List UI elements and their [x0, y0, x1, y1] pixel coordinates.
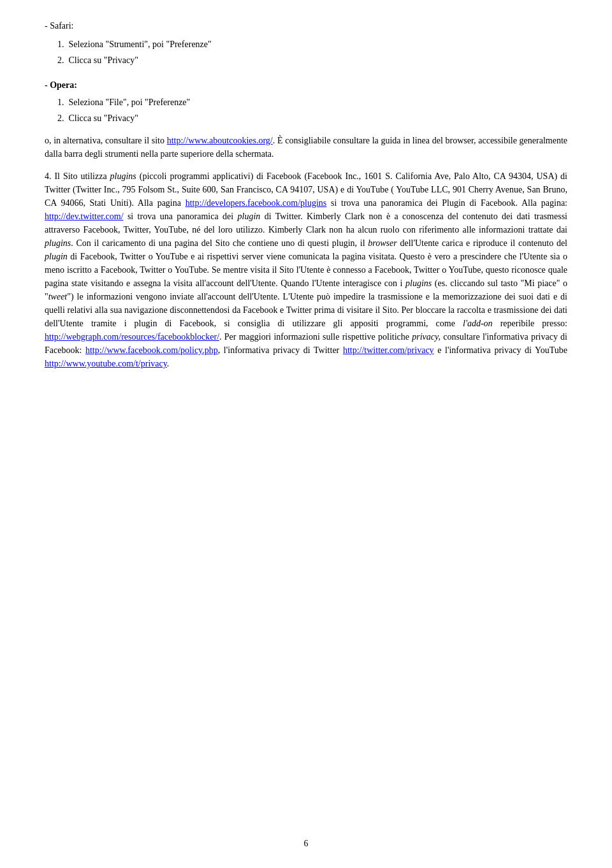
safari-item-1: 1. Seleziona "Strumenti", poi "Preferenz… — [57, 38, 567, 51]
safari-item1-text: Seleziona "Strumenti", poi "Preferenze" — [69, 40, 212, 49]
page-container: - Safari: 1. Seleziona "Strumenti", poi … — [0, 0, 612, 868]
opera-section: - Opera: 1. Seleziona "File", poi "Prefe… — [45, 78, 567, 125]
safari-item2-num: 2. — [57, 55, 64, 65]
safari-item2-text: Clicca su "Privacy" — [69, 55, 138, 65]
safari-section: - Safari: 1. Seleziona "Strumenti", poi … — [45, 19, 567, 67]
twitter-dev-link[interactable]: http://dev.twitter.com/ — [45, 212, 124, 221]
aboutcookies-link[interactable]: http://www.aboutcookies.org/ — [167, 136, 273, 145]
safari-item-2: 2. Clicca su "Privacy" — [57, 54, 567, 67]
opera-item-1: 1. Seleziona "File", poi "Preferenze" — [57, 96, 567, 109]
content-area: - Safari: 1. Seleziona "Strumenti", poi … — [45, 19, 567, 370]
youtube-privacy-link[interactable]: http://www.youtube.com/t/privacy — [45, 359, 167, 368]
opera-item2-text: Clicca su "Privacy" — [69, 113, 138, 123]
twitter-privacy-link[interactable]: http://twitter.com/privacy — [343, 345, 434, 355]
plugin-italic-3: plugin — [45, 252, 68, 261]
plugins-italic-2: plugins — [45, 238, 71, 248]
opera-item2-num: 2. — [57, 113, 64, 123]
opera-label: - Opera: — [45, 78, 567, 92]
safari-label-text: - Safari: — [45, 21, 73, 31]
opera-item-2: 2. Clicca su "Privacy" — [57, 112, 567, 125]
addon-italic: l'add-on — [463, 319, 493, 328]
plugin-italic-2: plugin — [238, 212, 261, 221]
item-4-paragraph: 4. Il Sito utilizza plugins (piccoli pro… — [45, 170, 567, 370]
plugins-italic-1: plugins — [110, 171, 136, 181]
facebook-dev-link[interactable]: http://developers.facebook.com/plugins — [186, 198, 327, 208]
opera-label-text: - Opera: — [45, 80, 77, 90]
page-number-text: 6 — [304, 839, 309, 848]
alt-text-end: . — [273, 136, 275, 145]
item4-num: 4. — [45, 171, 52, 181]
item-4-section: 4. Il Sito utilizza plugins (piccoli pro… — [45, 170, 567, 370]
opera-item1-num: 1. — [57, 98, 64, 107]
plugins-italic-3: plugins — [405, 278, 432, 288]
alt-paragraph: o, in alternativa, consultare il sito ht… — [45, 134, 567, 161]
opera-item1-text: Seleziona "File", poi "Preferenze" — [69, 98, 191, 107]
privacy-italic: privacy, — [412, 332, 441, 342]
tweet-italic: tweet — [48, 292, 68, 301]
alt-text-start: o, in alternativa, consultare il sito — [45, 136, 167, 145]
webgraph-link[interactable]: http://webgraph.com/resources/facebookbl… — [45, 332, 219, 342]
safari-item1-num: 1. — [57, 40, 64, 49]
page-number: 6 — [0, 839, 612, 849]
facebook-policy-link[interactable]: http://www.facebook.com/policy.php — [85, 345, 218, 355]
safari-label: - Safari: — [45, 19, 567, 33]
browser-italic: browser — [368, 238, 397, 248]
